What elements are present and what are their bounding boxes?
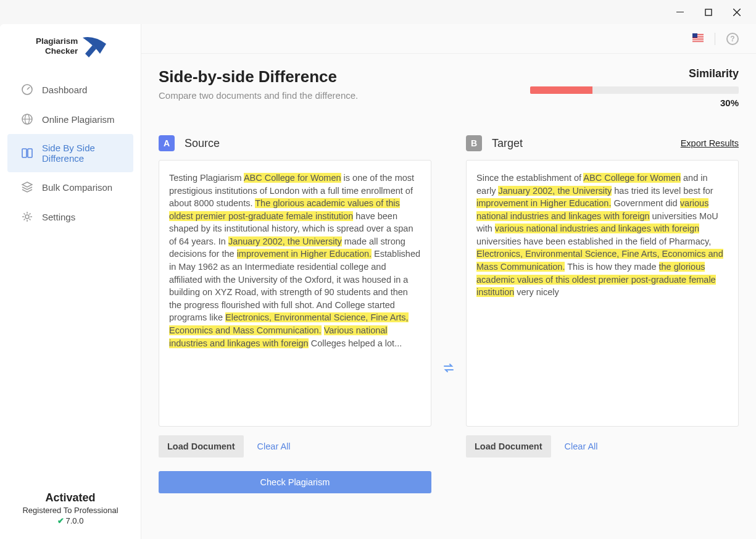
gauge-icon (21, 83, 33, 96)
stack-icon (21, 181, 33, 193)
target-badge: B (466, 135, 482, 151)
sidebar: Plagiarism Checker Dashboard (0, 24, 141, 539)
sidebar-item-bulk-comparison[interactable]: Bulk Comparison (7, 172, 133, 202)
highlighted-text: January 2002, the University (228, 236, 342, 246)
svg-marker-11 (22, 182, 32, 187)
target-panel: B Target Export Results Since the establ… (466, 134, 739, 493)
svg-rect-17 (692, 40, 704, 40)
language-flag-icon[interactable] (692, 33, 704, 44)
svg-rect-16 (692, 38, 704, 38)
similarity-percent: 30% (530, 98, 739, 108)
source-title: Source (185, 137, 220, 150)
license-version: 7.0.0 (66, 516, 84, 525)
license-status: Activated (0, 491, 141, 504)
minimize-button[interactable] (666, 4, 694, 21)
license-block: Activated Registered To Professional ✔7.… (0, 491, 141, 539)
titlebar (0, 0, 756, 24)
sidebar-item-online-plagiarism[interactable]: Online Plagiarism (7, 104, 133, 134)
highlighted-text: improvement in Higher Education. (476, 198, 611, 208)
top-strip: ? (141, 24, 756, 54)
separator (715, 33, 715, 45)
columns-icon (21, 147, 33, 159)
gear-icon (21, 211, 33, 223)
highlighted-text: January 2002, the University (498, 186, 612, 196)
page-subtitle: Compare two documents and find the diffe… (159, 90, 358, 101)
sidebar-item-label: Settings (42, 212, 75, 222)
sidebar-item-label: Side By Side Difference (42, 143, 120, 164)
page-title: Side-by-side Difference (159, 67, 358, 86)
check-icon: ✔ (57, 516, 64, 525)
sidebar-item-label: Dashboard (42, 85, 87, 95)
logo: Plagiarism Checker (0, 35, 141, 69)
check-plagiarism-button[interactable]: Check Plagiarism (159, 471, 431, 493)
highlighted-text: improvement in Higher Education. (237, 249, 372, 259)
sidebar-item-label: Bulk Comparison (42, 182, 112, 193)
svg-rect-10 (28, 149, 32, 157)
svg-rect-1 (705, 9, 712, 15)
svg-point-12 (25, 215, 29, 219)
help-icon[interactable]: ? (726, 33, 739, 45)
similarity-bar (530, 86, 739, 94)
svg-line-2 (733, 9, 741, 16)
brand-line1: Plagiarism (36, 36, 78, 46)
maximize-button[interactable] (694, 4, 723, 21)
highlighted-text: various national industries and linkages… (495, 224, 699, 233)
target-text-box[interactable]: Since the establishment of ABC College f… (466, 160, 739, 427)
sidebar-item-side-by-side[interactable]: Side By Side Difference (7, 134, 133, 172)
svg-rect-0 (676, 12, 684, 12)
svg-line-3 (733, 9, 741, 16)
highlighted-text: ABC College for Women (244, 173, 341, 183)
globe-icon (21, 113, 33, 125)
highlighted-text: ABC College for Women (583, 173, 681, 183)
svg-rect-19 (692, 33, 697, 38)
sidebar-item-settings[interactable]: Settings (7, 202, 133, 232)
source-panel: A Source Testing Plagiarism ABC College … (159, 134, 431, 493)
similarity-label: Similarity (530, 67, 739, 80)
target-clear-all-link[interactable]: Clear All (565, 441, 598, 451)
export-results-link[interactable]: Export Results (681, 138, 739, 148)
svg-rect-18 (692, 41, 704, 42)
svg-rect-9 (22, 149, 27, 157)
source-load-document-button[interactable]: Load Document (159, 435, 244, 458)
svg-line-5 (27, 87, 30, 90)
content-area: ? Side-by-side Difference Compare two do… (141, 24, 756, 539)
navigation: Dashboard Online Plagiarism Side By Side… (0, 69, 141, 232)
source-badge: A (159, 135, 175, 151)
similarity-fill (530, 86, 592, 94)
source-text-box[interactable]: Testing Plagiarism ABC College for Women… (159, 160, 431, 427)
source-clear-all-link[interactable]: Clear All (257, 441, 291, 451)
close-button[interactable] (723, 4, 751, 21)
license-detail: Registered To Professional (0, 506, 141, 515)
target-title: Target (492, 137, 523, 150)
logo-x-icon (81, 35, 107, 57)
brand-line2: Checker (36, 46, 78, 56)
target-load-document-button[interactable]: Load Document (466, 435, 551, 458)
swap-icon[interactable] (442, 362, 455, 377)
sidebar-item-label: Online Plagiarism (42, 114, 115, 125)
sidebar-item-dashboard[interactable]: Dashboard (7, 75, 133, 104)
